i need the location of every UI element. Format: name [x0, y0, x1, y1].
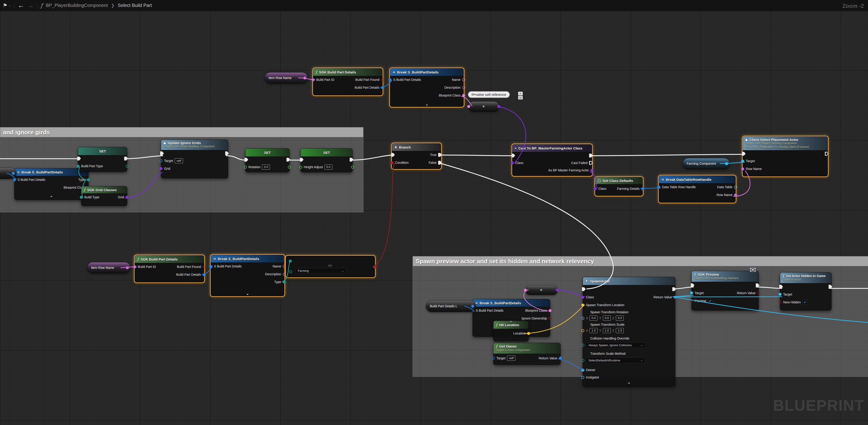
- collapse-chevron-icon[interactable]: ⌃: [50, 195, 53, 200]
- node-cast-to-bp-masterfarmingactor[interactable]: »Cast To BP_MasterFarmingActor Class Cla…: [512, 144, 592, 176]
- node-get-class-defaults[interactable]: ▢Get Class Defaults ClassFarming Details: [595, 177, 643, 196]
- node-sgk-build-part-details-2[interactable]: ƒSGK Build Part Details Build Part IDBui…: [134, 255, 204, 283]
- node-break-datatablerowhandle[interactable]: ⋖Break DataTableRowHandle Data Table Row…: [659, 175, 736, 203]
- node-break-s-buildpartdetails-1[interactable]: ⋖Break S_BuildPartDetails S Build Part D…: [390, 68, 464, 107]
- pin-name[interactable]: [283, 265, 286, 268]
- node-header[interactable]: ƒSGK Preview Target is BP SGKBuilding In…: [692, 271, 758, 282]
- wire-object[interactable]: [673, 297, 782, 297]
- scale-x-field[interactable]: 1.0: [590, 328, 597, 333]
- rotation-y-field[interactable]: 0.0: [603, 316, 611, 321]
- enum-dropdown[interactable]: Farming⌄: [295, 268, 346, 274]
- pin-bubble-icon[interactable]: ✛: [518, 92, 523, 95]
- pin-name[interactable]: [462, 78, 465, 81]
- pin-type[interactable]: [87, 178, 90, 181]
- pin-b[interactable]: [289, 270, 292, 273]
- node-set-build-part-type[interactable]: SET Build Part Type: [78, 147, 127, 172]
- pin-rotation[interactable]: [244, 166, 247, 169]
- pin-value-out[interactable]: [288, 166, 291, 169]
- preview-checkbox[interactable]: ✔: [708, 298, 713, 303]
- pin-soft-in[interactable]: [467, 105, 470, 108]
- node-sgk-preview[interactable]: ƒSGK Preview Target is BP SGKBuilding In…: [691, 271, 759, 310]
- pin-value-out[interactable]: [351, 166, 354, 169]
- pin-out[interactable]: [471, 305, 474, 308]
- pin-as-bp-master-farming-actor[interactable]: [590, 169, 593, 172]
- bookmark-icon[interactable]: ⚑: [3, 3, 7, 8]
- target-self-field[interactable]: self: [507, 356, 515, 361]
- variable-pill-build-part-details-l[interactable]: Build Part Details L: [426, 300, 476, 312]
- node-comment-bubble[interactable]: Resolve soft reference: [468, 91, 510, 98]
- node-break-s-buildpartdetails-3[interactable]: ⋖Break S_BuildPartDetails S Build Part D…: [211, 255, 284, 296]
- pin-spawn-transform-rotation[interactable]: [581, 317, 584, 320]
- node-header[interactable]: SET: [78, 147, 127, 155]
- comment-header[interactable]: and ignore girds: [0, 127, 363, 137]
- exec-in[interactable]: [742, 152, 746, 156]
- pin-condition[interactable]: [391, 161, 394, 164]
- pin-instigator[interactable]: [581, 376, 584, 379]
- pin-ignore-ownership[interactable]: [549, 317, 552, 320]
- height-adjust-value-field[interactable]: 0.0: [324, 164, 332, 169]
- pin-value-out[interactable]: [126, 165, 129, 168]
- comment-header[interactable]: Spawn preview actor and set its hidden a…: [413, 256, 868, 266]
- detail-bubble-icon[interactable]: ▤: [518, 96, 523, 99]
- pin-new-hidden[interactable]: [779, 301, 781, 304]
- wire-exec[interactable]: [590, 154, 744, 156]
- collapse-chevron-icon[interactable]: ⌃: [628, 382, 630, 386]
- node-hit-location[interactable]: ⌃ ƒHit Location Location: [493, 321, 529, 341]
- node-header[interactable]: ƒSGK Grid Classes: [81, 186, 127, 193]
- exec-in[interactable]: [582, 287, 586, 291]
- target-self-field[interactable]: self: [175, 158, 183, 163]
- node-header[interactable]: SET: [245, 149, 289, 156]
- exec-out[interactable]: [825, 152, 829, 156]
- pin-data-table[interactable]: [734, 186, 737, 189]
- pin-collision-handling-override[interactable]: [581, 344, 584, 347]
- bookmark-chevron-icon[interactable]: ⌄: [9, 4, 11, 7]
- node-header[interactable]: ⋖Break S_BuildPartDetails: [211, 255, 284, 262]
- node-header[interactable]: ƒSGK Build Part Details: [135, 256, 204, 263]
- pin-class[interactable]: [594, 187, 597, 190]
- node-header[interactable]: ƒGet Owner Target is Actor Component: [493, 343, 560, 354]
- pin-description[interactable]: [462, 86, 465, 89]
- pin-a[interactable]: [289, 260, 292, 263]
- pin-build-part-found[interactable]: [203, 265, 206, 268]
- node-header[interactable]: ◆Client Select Placement Actor Target is…: [743, 137, 828, 150]
- node-header[interactable]: ⋖Break S_BuildPartDetails: [390, 68, 464, 76]
- pin-s-build-part-details[interactable]: [389, 78, 392, 81]
- exec-in[interactable]: [160, 151, 164, 155]
- node-header[interactable]: ⋖Break S_BuildPartDetails: [14, 168, 88, 176]
- collapse-chevron-icon[interactable]: ⌃: [510, 320, 513, 324]
- pin-target[interactable]: [159, 159, 162, 162]
- node-conversion-reroute[interactable]: [525, 285, 558, 295]
- rotation-value-field[interactable]: 0.0: [262, 164, 270, 169]
- node-header[interactable]: ✦SpawnActor: [583, 277, 675, 285]
- breadcrumb-root[interactable]: BP_PlayerBuildingComponent: [46, 3, 108, 8]
- node-header[interactable]: ƒSet Actor Hidden In Game Target is Acto…: [780, 272, 831, 283]
- rotation-x-field[interactable]: 0.0: [590, 316, 597, 321]
- node-get-owner[interactable]: ƒGet Owner Target is Actor Component Tar…: [493, 343, 561, 365]
- scale-z-field[interactable]: 1.0: [616, 328, 624, 333]
- node-equal-enum[interactable]: == Farming⌄: [286, 256, 375, 277]
- expand-chevron-icon[interactable]: ⌄: [246, 291, 249, 296]
- pin-spawn-transform-scale[interactable]: [581, 329, 584, 332]
- pin-blueprint-class[interactable]: [549, 309, 552, 312]
- node-header[interactable]: SET: [301, 149, 352, 156]
- breadcrumb-leaf[interactable]: Select Build Part: [118, 3, 152, 8]
- forward-button[interactable]: →: [27, 2, 34, 9]
- back-button[interactable]: ←: [18, 2, 24, 9]
- wire-bool[interactable]: [373, 163, 396, 267]
- collision-handling-dropdown[interactable]: Always Spawn, Ignore Collisions⌄: [586, 342, 645, 348]
- scale-y-field[interactable]: 1.0: [603, 328, 611, 333]
- pin-build-part-found[interactable]: [381, 78, 384, 81]
- wire-name[interactable]: [734, 171, 750, 196]
- pin-build-part-type[interactable]: [76, 165, 80, 168]
- transform-scale-method-dropdown[interactable]: SelectDefaultAtRuntime⌄: [586, 358, 645, 363]
- pin-transform-scale-method[interactable]: [581, 359, 584, 362]
- wire-exec[interactable]: [439, 155, 514, 156]
- pin-row-name[interactable]: [741, 167, 744, 170]
- node-sgk-build-part-details-1[interactable]: ƒSGK Build Part Details Build Part IDBui…: [313, 68, 382, 95]
- new-hidden-checkbox[interactable]: ✔: [802, 300, 807, 305]
- node-break-s-buildpartdetails-2[interactable]: ⋖Break S_BuildPartDetails S Build Part D…: [14, 168, 89, 200]
- node-update-ignore-grids[interactable]: ◆Update Ignore Grids Target is BP Player…: [161, 140, 228, 178]
- pin-target[interactable]: [779, 293, 781, 296]
- expand-chevron-icon[interactable]: ⌄: [426, 102, 429, 107]
- pin-grid[interactable]: [159, 167, 162, 170]
